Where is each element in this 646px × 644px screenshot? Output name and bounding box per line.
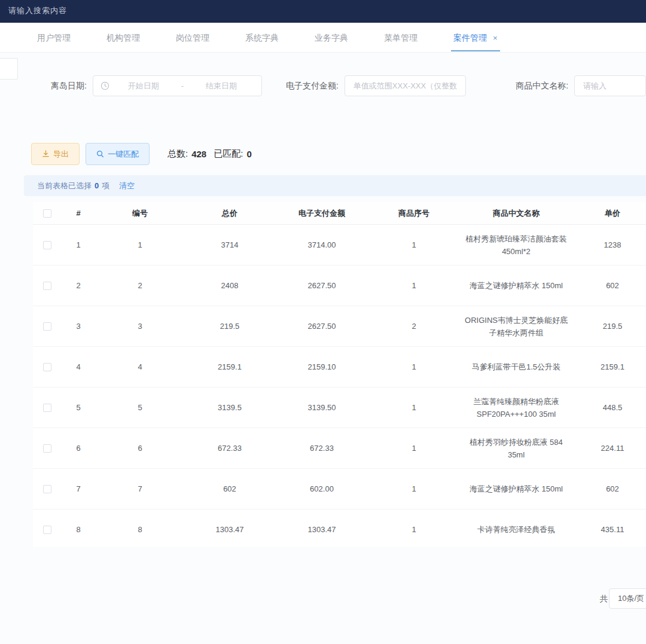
- pagination-bar: 共 428 条 10条/页: [0, 588, 646, 610]
- search-icon: [96, 150, 104, 158]
- cell-name: 植村秀新琥珀臻萃洁颜油套装 450ml*2: [459, 227, 574, 264]
- match-button-label: 一键匹配: [108, 149, 139, 160]
- cell-code: 8: [95, 517, 185, 542]
- product-name-input[interactable]: 请输入: [574, 75, 646, 96]
- clock-icon: [100, 81, 109, 90]
- column-header: 电子支付金额: [275, 205, 369, 222]
- tab-6[interactable]: 菜单管理: [382, 24, 420, 51]
- column-header: 编号: [95, 205, 185, 222]
- top-navbar: 请输入搜索内容: [0, 0, 646, 23]
- cell-epay: 672.33: [275, 436, 369, 460]
- date-filter-label: 离岛日期:: [51, 81, 87, 91]
- table-row: 77602602.001海蓝之谜修护精萃水 150ml602: [33, 469, 646, 509]
- cell-epay: 3139.50: [275, 395, 369, 420]
- cell-index: 6: [62, 436, 95, 460]
- table-row: 66672.33672.331植村秀羽纱持妆粉底液 584 35ml224.11: [33, 428, 646, 469]
- row-checkbox[interactable]: [43, 526, 51, 534]
- clear-selection-link[interactable]: 清空: [119, 181, 135, 191]
- select-all-checkbox[interactable]: [43, 209, 51, 218]
- cell-seq: 1: [369, 233, 459, 257]
- cell-seq: 1: [369, 436, 459, 460]
- cell-epay: 2627.50: [275, 314, 369, 338]
- tab-7[interactable]: 案件管理×: [451, 24, 500, 51]
- row-checkbox[interactable]: [43, 404, 51, 412]
- epay-amount-label: 电子支付金额:: [286, 81, 339, 91]
- epay-amount-input[interactable]: 单值或范围XXX-XXX（仅整数: [345, 75, 466, 96]
- close-tab-icon[interactable]: ×: [493, 33, 498, 42]
- row-checkbox[interactable]: [43, 241, 51, 249]
- cell-epay: 2159.10: [275, 355, 369, 379]
- cell-name: 马爹利蓝带干邑1.5公升装: [459, 355, 574, 379]
- cell-seq: 1: [369, 273, 459, 298]
- cell-total: 602: [185, 477, 275, 501]
- cell-code: 3: [95, 314, 185, 338]
- global-search-input[interactable]: 请输入搜索内容: [8, 5, 67, 16]
- cell-unit: 1238: [574, 233, 646, 257]
- cell-total: 3139.5: [185, 395, 275, 420]
- cell-index: 1: [62, 233, 95, 257]
- row-checkbox[interactable]: [43, 485, 51, 493]
- page-size-value: 10条/页: [618, 593, 644, 604]
- data-table: #编号总价电子支付金额商品序号商品中文名称单价1137143714.001植村秀…: [33, 202, 646, 547]
- row-checkbox[interactable]: [43, 444, 51, 453]
- cell-epay: 1303.47: [275, 517, 369, 542]
- matched-count-value: 0: [246, 149, 251, 159]
- tab-bar: 用户管理机构管理岗位管理系统字典业务字典菜单管理案件管理×: [0, 23, 646, 53]
- tab-3[interactable]: 岗位管理: [173, 24, 212, 51]
- product-name-placeholder: 请输入: [583, 81, 607, 91]
- date-range-picker[interactable]: 开始日期 - 结束日期: [93, 75, 262, 96]
- export-button[interactable]: 导出: [31, 143, 80, 165]
- tab-1[interactable]: 用户管理: [35, 24, 73, 51]
- selection-suffix: 项: [102, 181, 109, 191]
- selection-count: 0: [95, 181, 99, 190]
- cell-seq: 1: [369, 355, 459, 379]
- cell-unit: 602: [574, 273, 646, 298]
- row-checkbox[interactable]: [43, 282, 51, 290]
- one-click-match-button[interactable]: 一键匹配: [86, 143, 150, 165]
- cell-code: 1: [95, 233, 185, 257]
- cell-code: 4: [95, 355, 185, 379]
- date-end-input[interactable]: 结束日期: [188, 81, 254, 91]
- filter-row: 离岛日期: 开始日期 - 结束日期 电子支付金额: 单值或范围XXX-XXX（仅…: [0, 53, 646, 96]
- column-header: 单价: [574, 205, 646, 222]
- toolbar: 导出 一键匹配 总数: 428 已匹配: 0: [0, 96, 646, 165]
- cell-seq: 1: [369, 517, 459, 542]
- cell-total: 3714: [185, 233, 275, 257]
- table-header-row: #编号总价电子支付金额商品序号商品中文名称单价: [33, 202, 646, 225]
- cell-code: 7: [95, 477, 185, 501]
- cell-index: 5: [62, 395, 95, 420]
- cell-index: 3: [62, 314, 95, 338]
- row-checkbox[interactable]: [43, 322, 51, 331]
- table-row: 33219.52627.502ORIGINS韦博士灵芝焕能好底子精华水两件组21…: [33, 306, 646, 347]
- selection-info-bar: 当前表格已选择 0 项 清空: [24, 175, 646, 196]
- match-stats: 总数: 428 已匹配: 0: [167, 148, 252, 160]
- cell-seq: 1: [369, 395, 459, 420]
- cell-code: 6: [95, 436, 185, 460]
- cell-epay: 3714.00: [275, 233, 369, 257]
- date-start-input[interactable]: 开始日期: [111, 81, 176, 91]
- page-size-select[interactable]: 10条/页: [609, 588, 646, 609]
- cell-name: ORIGINS韦博士灵芝焕能好底子精华水两件组: [459, 308, 574, 345]
- main-content: 离岛日期: 开始日期 - 结束日期 电子支付金额: 单值或范围XXX-XXX（仅…: [0, 53, 646, 610]
- cell-unit: 224.11: [574, 436, 646, 460]
- total-count-label: 总数:: [167, 148, 188, 160]
- tab-2[interactable]: 机构管理: [104, 24, 142, 51]
- cell-code: 2: [95, 273, 185, 298]
- cell-total: 2159.1: [185, 355, 275, 379]
- column-header: 商品中文名称: [459, 205, 574, 222]
- product-name-label: 商品中文名称:: [516, 81, 568, 91]
- matched-count-label: 已匹配:: [214, 148, 243, 160]
- tab-4[interactable]: 系统字典: [243, 24, 281, 51]
- epay-amount-placeholder: 单值或范围XXX-XXX（仅整数: [354, 81, 457, 91]
- cell-epay: 602.00: [275, 477, 369, 501]
- column-header: #: [62, 205, 95, 222]
- cell-name: 植村秀羽纱持妆粉底液 584 35ml: [459, 430, 574, 467]
- row-checkbox[interactable]: [43, 363, 51, 371]
- cell-epay: 2627.50: [275, 273, 369, 298]
- cell-total: 2408: [185, 273, 275, 298]
- tab-5[interactable]: 业务字典: [312, 24, 351, 51]
- cell-unit: 435.11: [574, 517, 646, 542]
- cell-name: 海蓝之谜修护精萃水 150ml: [459, 273, 574, 298]
- cell-name: 海蓝之谜修护精萃水 150ml: [459, 477, 574, 501]
- column-header: 总价: [185, 205, 275, 222]
